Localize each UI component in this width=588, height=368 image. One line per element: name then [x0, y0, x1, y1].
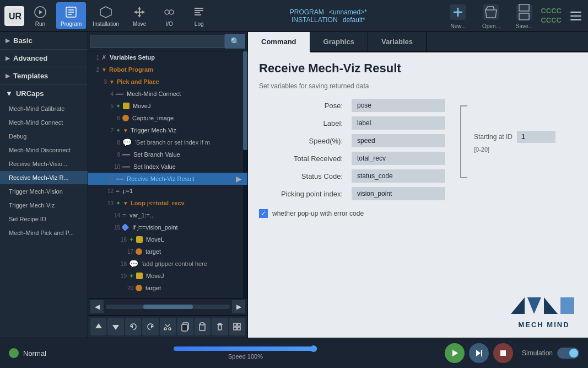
toggle-switch[interactable] [557, 348, 579, 359]
sidebar-item-set-recipe[interactable]: Set Recipe ID [0, 212, 88, 226]
sidebar-item-pick-place[interactable]: Mech-Mind Pick and P... [0, 226, 88, 240]
tree-line-13[interactable]: 13 ✦ ▼ Loop j<=total_recv [88, 197, 247, 209]
sidebar-item-mech-disconnect[interactable]: Mech-Mind Disconnect [0, 143, 88, 157]
simulation-label: Simulation [522, 349, 553, 357]
status-code-input[interactable] [352, 169, 445, 183]
move-up-button[interactable] [90, 318, 106, 335]
basic-arrow: ▶ [6, 38, 10, 44]
tab-variables[interactable]: Variables [368, 32, 427, 51]
step-button[interactable] [469, 343, 489, 363]
tree-line-9[interactable]: 9 — Set Branch Value [88, 148, 247, 161]
sidebar-section-basic: ▶ Basic [0, 32, 88, 50]
line-text-15: If j==vision_point [132, 224, 178, 231]
mech-calibrate-label: Mech-Mind Calibrate [9, 105, 64, 112]
io-icon [161, 4, 177, 20]
sidebar-templates-header[interactable]: ▶ Templates [0, 67, 88, 84]
tree-line-14[interactable]: 14 = var_1:=... [88, 209, 247, 221]
undo-button[interactable] [125, 318, 141, 335]
tree-search-input[interactable] [90, 35, 225, 48]
toggle-knob [569, 349, 578, 358]
tree-line-8[interactable]: 8 💬 'Set branch or set index if m [88, 136, 247, 148]
tree-line-18[interactable]: 18 💬 'add gripper control here [88, 258, 247, 270]
tree-line-1[interactable]: 1 ✗ Variables Setup [88, 51, 247, 63]
nav-installation[interactable]: Installation [88, 2, 123, 29]
tree-line-10[interactable]: 10 — Set Index Value [88, 161, 247, 173]
copy-button[interactable] [177, 318, 193, 335]
stop-button[interactable] [493, 343, 513, 363]
nav-program[interactable]: Program [56, 2, 86, 29]
save-button[interactable]: Save... [510, 0, 538, 31]
tree-line-2[interactable]: 2 ▼ Robot Program [88, 63, 247, 76]
tree-search-button[interactable]: 🔍 [225, 34, 245, 49]
nav-log[interactable]: Log [185, 2, 213, 29]
tree-line-4[interactable]: 4 — Mech-Mind Connect [88, 88, 247, 100]
main-layout: ▶ Basic ▶ Advanced ▶ Templates ▼ URCaps … [0, 32, 588, 338]
save-icon [514, 2, 534, 22]
line-text-7: Trigger Mech-Viz [131, 127, 176, 134]
tab-graphics[interactable]: Graphics [310, 32, 368, 51]
move-down-button[interactable] [107, 318, 123, 335]
tree-line-7[interactable]: 7 ✦ ▼ Trigger Mech-Viz [88, 124, 247, 136]
tree-scrollbar-thumb [143, 305, 193, 309]
picking-point-input[interactable] [352, 187, 445, 200]
tree-line-20[interactable]: 20 target [88, 282, 247, 294]
sidebar-advanced-header[interactable]: ▶ Advanced [0, 50, 88, 67]
tree-scrollbar[interactable] [106, 305, 230, 309]
cut-button[interactable] [160, 318, 176, 335]
sidebar-item-trigger-mech-vision[interactable]: Trigger Mech-Vision [0, 185, 88, 199]
trigger-mech-viz-label: Trigger Mech-Viz [9, 202, 55, 209]
sidebar-item-receive-mech-vision[interactable]: Receive Mech-Visio... [0, 157, 88, 171]
tab-command[interactable]: Command [248, 32, 310, 52]
speed-input[interactable] [352, 134, 445, 147]
step-icon [474, 349, 483, 358]
left-sidebar: ▶ Basic ▶ Advanced ▶ Templates ▼ URCaps … [0, 32, 88, 338]
delete-button[interactable] [212, 318, 228, 335]
line-num-4: 4 [104, 91, 116, 97]
speed-slider[interactable] [174, 346, 317, 351]
label-input[interactable] [352, 116, 445, 130]
tree-line-19[interactable]: 19 ✦ MoveJ [88, 270, 247, 282]
paste-button[interactable] [195, 318, 211, 335]
scroll-left-btn[interactable]: ◀ [90, 300, 104, 313]
sidebar-item-receive-mech-viz[interactable]: Receive Mech-Viz R... [0, 171, 88, 185]
tree-line-3[interactable]: 3 ▼ Pick and Place [88, 76, 247, 88]
sidebar-basic-header[interactable]: ▶ Basic [0, 32, 88, 49]
new-button[interactable]: New... [444, 0, 472, 31]
nav-move[interactable]: Move [126, 2, 153, 29]
sidebar-item-debug[interactable]: Debug [0, 130, 88, 143]
redo-button[interactable] [142, 318, 158, 335]
total-received-input[interactable] [352, 152, 445, 165]
tree-line-16[interactable]: 16 ✦ MoveL [88, 233, 247, 246]
status-dot [9, 348, 19, 358]
play-button[interactable] [445, 343, 465, 363]
tree-line-17[interactable]: 17 target [88, 246, 247, 258]
pose-input[interactable] [352, 99, 445, 112]
icon-movej-5 [123, 103, 130, 109]
expand-right-11[interactable]: ▶ [236, 174, 242, 183]
grid-button[interactable] [229, 318, 245, 335]
starting-id-input[interactable] [517, 131, 555, 143]
nav-run[interactable]: Run [26, 2, 54, 29]
tree-line-5[interactable]: 5 ✦ MoveJ [88, 100, 247, 112]
hamburger-menu[interactable] [568, 8, 584, 24]
nav-io[interactable]: I/O [155, 2, 183, 29]
sidebar-item-mech-calibrate[interactable]: Mech-Mind Calibrate [0, 102, 88, 116]
scroll-right-btn[interactable]: ▶ [232, 300, 245, 313]
line-text-17: target [145, 248, 161, 255]
speed-label: Speed(%): [259, 137, 347, 145]
tree-line-6[interactable]: 6 Capture_image [88, 112, 247, 124]
app-logo: UR [4, 6, 24, 26]
tree-line-11[interactable]: 11 — Receive Mech-Viz Result ▶ [88, 173, 247, 185]
error-checkbox[interactable]: ✓ [259, 209, 268, 218]
line-content-5: ✦ MoveJ [116, 103, 150, 110]
line-num-17: 17 [123, 249, 136, 255]
sidebar-item-trigger-mech-viz[interactable]: Trigger Mech-Viz [0, 199, 88, 212]
tree-line-12[interactable]: 12 = j:=1 [88, 185, 247, 197]
tree-line-15[interactable]: 15 If j==vision_point [88, 221, 247, 233]
open-button[interactable]: Open... [477, 0, 505, 31]
status-text: Normal [23, 349, 46, 358]
tree-panel: 🔍 1 ✗ Variables Setup 2 ▼ Ro [88, 32, 248, 338]
svg-point-20 [169, 328, 171, 330]
urcaps-header[interactable]: ▼ URCaps [0, 85, 88, 102]
sidebar-item-mech-connect[interactable]: Mech-Mind Connect [0, 116, 88, 130]
